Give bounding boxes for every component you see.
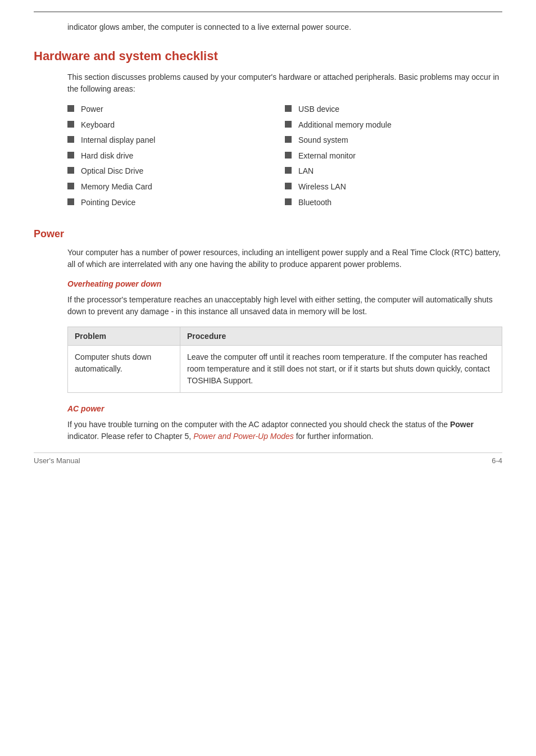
intro-text: indicator glows amber, the computer is c…	[34, 21, 502, 33]
ac-power-section: AC power If you have trouble turning on …	[67, 404, 502, 442]
checklist-container: PowerKeyboardInternal display panelHard …	[34, 104, 502, 212]
checklist-item-label: Power	[81, 104, 103, 115]
checklist-item-left: Internal display panel	[67, 135, 285, 146]
bullet-square	[285, 136, 292, 143]
checklist-item-label: External monitor	[298, 151, 356, 162]
checklist-item-right: USB device	[285, 104, 502, 115]
overheating-title: Overheating power down	[67, 279, 502, 288]
bullet-square	[67, 152, 74, 159]
checklist-item-left: Power	[67, 104, 285, 115]
hardware-section-title: Hardware and system checklist	[34, 49, 502, 64]
ac-power-link[interactable]: Power and Power-Up Modes	[193, 432, 294, 441]
footer-left: User's Manual	[34, 456, 80, 465]
checklist-item-label: Memory Media Card	[81, 182, 152, 193]
top-border	[34, 11, 502, 12]
bullet-square	[285, 105, 292, 112]
footer-right: 6-4	[492, 456, 502, 465]
checklist-item-label: Sound system	[298, 135, 348, 146]
checklist-item-label: Internal display panel	[81, 135, 155, 146]
checklist-item-left: Hard disk drive	[67, 151, 285, 162]
checklist-item-label: Bluetooth	[298, 197, 331, 209]
checklist-item-label: Keyboard	[81, 120, 115, 131]
checklist-item-left: Memory Media Card	[67, 182, 285, 193]
checklist-item-label: Pointing Device	[81, 197, 135, 209]
bullet-square	[67, 183, 74, 189]
table-header-problem: Problem	[68, 327, 180, 345]
ac-bold-word: Power	[450, 420, 474, 429]
table-cell-procedure: Leave the computer off until it reaches …	[180, 346, 502, 392]
power-content: Your computer has a number of power reso…	[34, 247, 502, 442]
hardware-section-description: This section discusses problems caused b…	[34, 71, 502, 95]
ac-body-start: If you have trouble turning on the compu…	[67, 420, 450, 429]
checklist-item-label: USB device	[298, 104, 339, 115]
bullet-square	[67, 136, 74, 143]
bullet-square	[67, 105, 74, 112]
overheating-table: Problem Procedure Computer shuts down au…	[67, 327, 502, 393]
overheating-section: Overheating power down If the processor'…	[67, 279, 502, 393]
checklist-item-left: Optical Disc Drive	[67, 166, 285, 177]
checklist-item-label: LAN	[298, 166, 314, 177]
bullet-square	[67, 167, 74, 174]
bullet-square	[285, 183, 292, 189]
bullet-square	[67, 121, 74, 128]
checklist-right: USB deviceAdditional memory moduleSound …	[285, 104, 502, 212]
checklist-item-label: Additional memory module	[298, 120, 392, 131]
ac-body-mid: indicator. Please refer to Chapter 5,	[67, 432, 193, 441]
checklist-left: PowerKeyboardInternal display panelHard …	[67, 104, 285, 212]
checklist-item-right: Additional memory module	[285, 120, 502, 131]
bullet-square	[285, 198, 292, 205]
power-body: Your computer has a number of power reso…	[67, 247, 502, 270]
checklist-item-right: Sound system	[285, 135, 502, 146]
bullet-square	[285, 121, 292, 128]
page-footer: User's Manual 6-4	[34, 452, 502, 465]
checklist-item-label: Hard disk drive	[81, 151, 133, 162]
bullet-square	[285, 167, 292, 174]
checklist-item-right: Wireless LAN	[285, 182, 502, 193]
checklist-item-left: Keyboard	[67, 120, 285, 131]
checklist-item-right: LAN	[285, 166, 502, 177]
page-container: indicator glows amber, the computer is c…	[0, 0, 536, 476]
checklist-item-left: Pointing Device	[67, 197, 285, 209]
ac-body-end: for further information.	[294, 432, 374, 441]
bullet-square	[67, 198, 74, 205]
table-header-procedure: Procedure	[180, 327, 502, 345]
overheating-body: If the processor's temperature reaches a…	[67, 294, 502, 318]
bullet-square	[285, 152, 292, 159]
intro-content: indicator glows amber, the computer is c…	[67, 22, 351, 31]
checklist-item-right: Bluetooth	[285, 197, 502, 209]
ac-power-title: AC power	[67, 404, 502, 413]
table-row: Computer shuts down automatically. Leave…	[68, 346, 502, 392]
table-header-row: Problem Procedure	[68, 327, 502, 346]
ac-power-body: If you have trouble turning on the compu…	[67, 419, 502, 442]
checklist-item-right: External monitor	[285, 151, 502, 162]
checklist-item-label: Optical Disc Drive	[81, 166, 143, 177]
checklist-item-label: Wireless LAN	[298, 182, 346, 193]
power-section: Power Your computer has a number of powe…	[34, 228, 502, 442]
power-title: Power	[34, 228, 502, 240]
table-cell-problem: Computer shuts down automatically.	[68, 346, 180, 392]
